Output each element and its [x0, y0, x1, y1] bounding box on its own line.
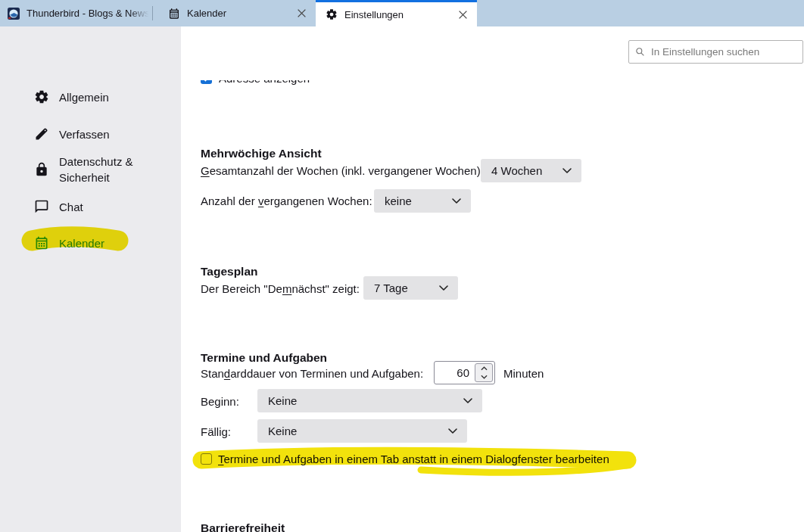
tab-mail[interactable]: Thunderbird - Blogs & News-Fe	[0, 0, 152, 26]
close-tab-icon[interactable]	[297, 8, 307, 18]
duration-spinner	[475, 363, 493, 382]
soon-range-label: Der Bereich "Demnächst" zeigt:	[201, 282, 360, 296]
gear-icon	[326, 8, 338, 20]
chevron-down-icon	[448, 428, 457, 434]
sidebar-item-datenschutz[interactable]: Datenschutz & Sicherheit	[0, 151, 181, 188]
total-weeks-label: Gesamtanzahl der Wochen (inkl. vergangen…	[201, 163, 484, 178]
chevron-down-icon	[463, 398, 472, 403]
soon-range-select[interactable]: 7 Tage	[363, 276, 458, 300]
sidebar-item-allgemein[interactable]: Allgemein	[0, 86, 181, 107]
checkbox-checked[interactable]	[201, 80, 212, 84]
past-weeks-label: Anzahl der vergangenen Wochen:	[201, 194, 372, 208]
due-label: Fällig:	[201, 425, 231, 439]
checkbox-unchecked[interactable]	[201, 453, 212, 465]
gear-icon	[34, 89, 49, 104]
sidebar-item-chat[interactable]: Chat	[0, 196, 181, 217]
due-select[interactable]: Keine	[257, 419, 467, 443]
duration-input[interactable]	[439, 362, 469, 384]
select-value: keine	[385, 194, 412, 207]
sidebar-item-label: Chat	[59, 201, 83, 213]
search-icon	[635, 47, 645, 57]
lock-icon	[34, 162, 49, 177]
tab-kalender[interactable]: Kalender	[153, 0, 316, 26]
duration-unit-label: Minuten	[503, 366, 544, 381]
sidebar-item-verfassen[interactable]: Verfassen	[0, 123, 181, 145]
default-duration-field	[434, 361, 495, 384]
chevron-down-icon	[452, 198, 461, 204]
checkbox-label: Termine und Aufgaben in einem Tab anstat…	[218, 453, 609, 465]
tab-kalender-title: Kalender	[187, 8, 226, 19]
calendar-icon	[168, 8, 180, 20]
select-value: 4 Wochen	[491, 164, 542, 177]
pencil-icon	[34, 126, 49, 142]
close-tab-icon[interactable]	[458, 10, 468, 20]
settings-sidebar: Allgemein Verfassen Datenschutz & Sicher…	[0, 26, 181, 532]
spinner-down-icon[interactable]	[475, 373, 492, 382]
chevron-down-icon	[439, 285, 448, 291]
default-duration-label: Standarddauer von Terminen und Aufgaben:	[201, 366, 423, 381]
tab-bar: Thunderbird - Blogs & News-Fe Kalender E…	[0, 0, 804, 26]
section-title-events: Termine und Aufgaben	[201, 351, 327, 365]
sidebar-item-kalender-selected[interactable]: Kalender	[0, 232, 181, 254]
begin-label: Beginn:	[201, 394, 239, 409]
tab-title-fade	[129, 0, 152, 26]
sidebar-item-label: Verfassen	[59, 128, 110, 141]
spinner-up-icon[interactable]	[475, 364, 492, 373]
checkbox-label: Adresse anzeigen	[219, 80, 310, 85]
tab-einstellungen-active[interactable]: Einstellungen	[316, 0, 477, 26]
chevron-down-icon	[562, 168, 572, 173]
past-weeks-select[interactable]: keine	[374, 189, 471, 213]
select-value: Keine	[268, 425, 297, 437]
thunderbird-settings-window: Thunderbird - Blogs & News-Fe Kalender E…	[0, 0, 804, 532]
calendar-icon	[34, 235, 49, 250]
edit-in-tab-row: Termine und Aufgaben in einem Tab anstat…	[201, 453, 609, 465]
select-value: Keine	[268, 394, 297, 407]
begin-select[interactable]: Keine	[257, 389, 482, 412]
section-title-dayplan: Tagesplan	[201, 265, 258, 278]
chat-bubble-icon	[34, 199, 49, 214]
total-weeks-select[interactable]: 4 Wochen	[481, 159, 581, 182]
settings-content: Adresse anzeigen Mehrwöchige Ansicht Ges…	[181, 26, 804, 532]
tab-einstellungen-title: Einstellungen	[344, 9, 404, 20]
sidebar-item-label: Allgemein	[59, 91, 109, 104]
clipped-checkbox-row: Adresse anzeigen	[201, 80, 458, 89]
section-title-multiweek: Mehrwöchige Ansicht	[201, 147, 322, 160]
sidebar-item-label: Kalender	[59, 237, 104, 250]
thunderbird-logo-icon	[8, 8, 20, 20]
select-value: 7 Tage	[374, 282, 408, 294]
settings-search-box	[628, 40, 803, 64]
section-title-accessibility: Barrierefreiheit	[201, 521, 285, 532]
sidebar-item-label: Datenschutz & Sicherheit	[59, 154, 148, 185]
search-input[interactable]	[650, 45, 796, 58]
